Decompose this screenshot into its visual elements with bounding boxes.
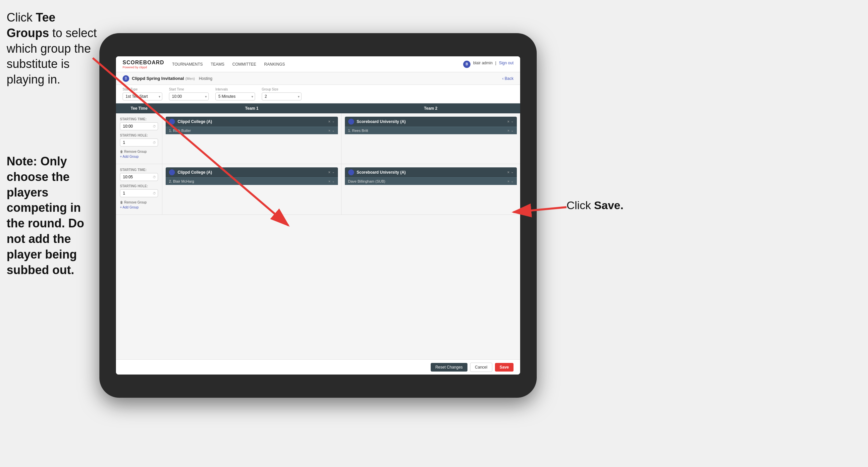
- gender-badge: (Men): [185, 77, 195, 81]
- tablet-frame: SCOREBOARD Powered by clippd TOURNAMENTS…: [99, 33, 537, 398]
- add-group-btn-1[interactable]: + Add Group: [120, 155, 138, 158]
- col-team2: Team 2: [341, 104, 520, 113]
- content-area: STARTING TIME: STARTING HOLE: 🗑 Remove G…: [116, 113, 520, 359]
- teams-area-1: Clippd College (A) × ⌄ 1. Rich Butler ×: [162, 113, 520, 164]
- intervals-field: Intervals 5 Minutes: [215, 88, 255, 100]
- app-logo: SCOREBOARD Powered by clippd: [123, 60, 164, 69]
- group-size-field: Group Size 2: [262, 88, 302, 100]
- logo-main-text: SCOREBOARD: [123, 60, 164, 66]
- tee-time-panel-1: STARTING TIME: STARTING HOLE: 🗑 Remove G…: [116, 113, 162, 164]
- start-time-select[interactable]: 10:00: [169, 92, 209, 100]
- start-type-label: Start Type: [123, 88, 162, 91]
- team1-arr-1: ⌄: [332, 119, 335, 124]
- team2-icon-1: [348, 119, 354, 125]
- team1-card-header-2: Clippd College (A) × ⌄: [166, 167, 338, 177]
- team2-name-2: Scoreboard University (A): [357, 170, 504, 175]
- settings-bar: Start Type 1st Tee Start Start Time 10:0…: [116, 85, 520, 104]
- player-close-2-1[interactable]: ×: [507, 128, 509, 133]
- sign-out-link[interactable]: Sign out: [499, 61, 514, 68]
- intervals-select[interactable]: 5 Minutes: [215, 92, 255, 100]
- team2-arr-1: ⌄: [511, 119, 514, 124]
- navbar-separator: |: [495, 61, 496, 68]
- cancel-button[interactable]: Cancel: [470, 362, 492, 372]
- player-row-1-2: 2. Blair McHarg × ⌄: [166, 177, 338, 185]
- group-size-wrap: 2: [262, 92, 302, 100]
- instruction-text: Click Tee Groups to select which group t…: [7, 10, 99, 88]
- instructions-area: Click Tee Groups to select which group t…: [0, 0, 106, 288]
- start-type-field: Start Type 1st Tee Start: [123, 88, 162, 100]
- team1-controls-2: × ⌄: [328, 170, 334, 175]
- team2-controls-1: × ⌄: [507, 119, 514, 124]
- group-size-select[interactable]: 2: [262, 92, 302, 100]
- start-time-wrap: 10:00: [169, 92, 209, 100]
- tee-group-row-2: STARTING TIME: STARTING HOLE: 🗑 Remove G…: [116, 164, 520, 215]
- team2-close-2[interactable]: ×: [507, 170, 509, 175]
- team1-close-1[interactable]: ×: [328, 119, 330, 124]
- bottom-bar: Reset Changes Cancel Save: [116, 359, 520, 375]
- starting-hole-label-2: STARTING HOLE:: [120, 184, 158, 188]
- reset-changes-button[interactable]: Reset Changes: [431, 363, 467, 372]
- add-group-btn-2[interactable]: + Add Group: [120, 205, 138, 209]
- player-close-1-1[interactable]: ×: [328, 128, 330, 133]
- user-name: blair admin: [473, 61, 493, 68]
- remove-group-btn-2[interactable]: 🗑 Remove Group: [120, 201, 147, 204]
- team1-card-2: Clippd College (A) × ⌄ 2. Blair McHarg ×: [166, 167, 338, 185]
- tee-time-panel-2: STARTING TIME: STARTING HOLE: 🗑 Remove G…: [116, 164, 162, 214]
- nav-tournaments[interactable]: TOURNAMENTS: [172, 61, 203, 68]
- team1-close-2[interactable]: ×: [328, 170, 330, 175]
- player-controls-1-1: × ⌄: [328, 128, 334, 133]
- start-type-select[interactable]: 1st Tee Start: [123, 92, 162, 100]
- tournament-name: Clippd Spring Invitational: [132, 76, 184, 81]
- team2-controls-2: × ⌄: [507, 170, 514, 175]
- teams-area-2: Clippd College (A) × ⌄ 2. Blair McHarg ×: [162, 164, 520, 214]
- player-arr-2-2: ⌄: [511, 179, 514, 183]
- nav-committee[interactable]: COMMITTEE: [232, 61, 256, 68]
- col-tee-time: Tee Time: [116, 104, 162, 113]
- sub-header: B Clippd Spring Invitational (Men) Hosti…: [116, 72, 520, 85]
- player-close-2-2[interactable]: ×: [507, 179, 509, 183]
- col-team1: Team 1: [162, 104, 341, 113]
- intervals-wrap: 5 Minutes: [215, 92, 255, 100]
- starting-time-input-1[interactable]: [120, 122, 158, 130]
- intervals-label: Intervals: [215, 88, 255, 91]
- start-time-field: Start Time 10:00: [169, 88, 209, 100]
- player-arr-1-2: ⌄: [332, 179, 335, 183]
- team2-close-1[interactable]: ×: [507, 119, 509, 124]
- starting-time-label-1: STARTING TIME:: [120, 117, 158, 121]
- navbar-links: TOURNAMENTS TEAMS COMMITTEE RANKINGS: [172, 61, 464, 68]
- starting-time-input-2[interactable]: [120, 173, 158, 181]
- team1-icon-2: [169, 169, 175, 175]
- starting-hole-input-wrap-1: [120, 139, 158, 146]
- navbar: SCOREBOARD Powered by clippd TOURNAMENTS…: [116, 56, 520, 72]
- nav-teams[interactable]: TEAMS: [211, 61, 224, 68]
- starting-hole-input-1[interactable]: [120, 139, 158, 146]
- tee-actions-1: 🗑 Remove Group + Add Group: [120, 150, 158, 158]
- team1-name-1: Clippd College (A): [178, 119, 326, 124]
- team1-card-1: Clippd College (A) × ⌄ 1. Rich Butler ×: [166, 117, 338, 134]
- table-header: Tee Time Team 1 Team 2: [116, 104, 520, 113]
- team2-card-1: Scoreboard University (A) × ⌄ 1. Rees Br…: [345, 117, 517, 134]
- tee-group-row: STARTING TIME: STARTING HOLE: 🗑 Remove G…: [116, 113, 520, 164]
- player-row-2-1: 1. Rees Britt × ⌄: [345, 126, 517, 134]
- starting-hole-input-2[interactable]: [120, 189, 158, 197]
- user-avatar: B: [463, 61, 470, 68]
- team2-card-2: Scoreboard University (A) × ⌄ Dave Billi…: [345, 167, 517, 185]
- player-arr-2-1: ⌄: [511, 128, 514, 133]
- navbar-right: B blair admin | Sign out: [463, 61, 514, 68]
- tee-actions-2: 🗑 Remove Group + Add Group: [120, 201, 158, 209]
- starting-hole-label-1: STARTING HOLE:: [120, 134, 158, 137]
- nav-rankings[interactable]: RANKINGS: [264, 61, 285, 68]
- save-button[interactable]: Save: [495, 363, 514, 372]
- back-link[interactable]: ‹ Back: [502, 76, 514, 81]
- team2-name-1: Scoreboard University (A): [357, 119, 504, 124]
- player-controls-1-2: × ⌄: [328, 179, 334, 183]
- start-time-label: Start Time: [169, 88, 209, 91]
- team1-panel-2: Clippd College (A) × ⌄ 2. Blair McHarg ×: [162, 164, 342, 214]
- player-name-2-2: Dave Billingham (SUB): [348, 179, 507, 183]
- team2-icon-2: [348, 169, 354, 175]
- player-close-1-2[interactable]: ×: [328, 179, 330, 183]
- remove-group-btn-1[interactable]: 🗑 Remove Group: [120, 150, 147, 153]
- player-name-2-1: 1. Rees Britt: [348, 128, 507, 133]
- player-controls-2-1: × ⌄: [507, 128, 514, 133]
- click-save-annotation: Click Save.: [566, 199, 623, 212]
